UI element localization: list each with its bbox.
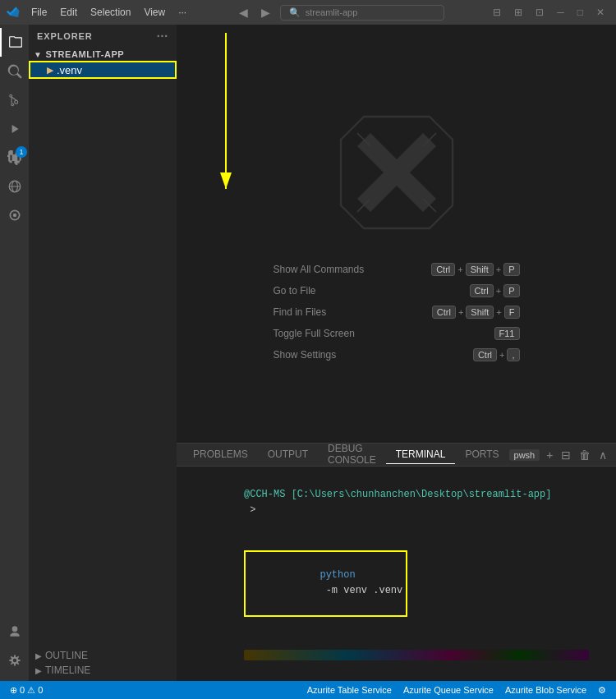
- outline-section[interactable]: ▶ OUTLINE: [29, 648, 177, 663]
- project-name-label: STREAMLIT-APP: [45, 49, 124, 59]
- go-to-file-label: Go to File: [274, 285, 316, 297]
- terminal-area: PROBLEMS OUTPUT DEBUG CONSOLE TERMINAL P…: [177, 443, 616, 681]
- layout-icon-2[interactable]: ⊞: [509, 5, 527, 20]
- terminal-blurred-1: [185, 634, 608, 681]
- chevron-down-icon: ▼: [34, 50, 42, 59]
- terminal-instance[interactable]: pwsh: [509, 449, 540, 461]
- menu-selection[interactable]: Selection: [85, 5, 136, 20]
- tab-debug-console[interactable]: DEBUG CONSOLE: [318, 439, 386, 470]
- azurite-table-service[interactable]: Azurite Table Service: [304, 685, 395, 695]
- status-errors[interactable]: ⊕ 0 ⚠ 0: [7, 685, 46, 696]
- activity-bar: 1: [0, 25, 29, 681]
- activity-extensions[interactable]: 1: [0, 143, 29, 172]
- show-all-commands-label: Show All Commands: [274, 264, 365, 275]
- cmd-find-in-files: Find in Files Ctrl + Shift + F: [274, 306, 520, 319]
- timeline-label: TIMELINE: [45, 665, 90, 676]
- terminal-trash-button[interactable]: 🗑: [577, 447, 592, 463]
- terminal-add-button[interactable]: +: [545, 447, 554, 463]
- titlebar: File Edit Selection View ··· ◀ ▶ 🔍 strea…: [0, 0, 616, 25]
- terminal-body[interactable]: @CCH-MS [C:\Users\chunhanchen\Desktop\st…: [177, 467, 616, 681]
- tab-terminal[interactable]: TERMINAL: [386, 445, 456, 464]
- activity-bottom: [0, 617, 29, 681]
- menu-more[interactable]: ···: [173, 5, 191, 20]
- term-python-keyword: python: [319, 569, 355, 581]
- titlebar-left: File Edit Selection View ···: [7, 5, 191, 20]
- nav-back-button[interactable]: ◀: [236, 4, 251, 21]
- status-settings-icon[interactable]: ⚙: [595, 685, 609, 696]
- menu-edit[interactable]: Edit: [55, 5, 82, 20]
- sidebar-header: EXPLORER ···: [29, 25, 177, 48]
- terminal-line-2: python -m venv .venv: [185, 535, 608, 632]
- term-python-args: -m venv .venv: [319, 585, 402, 596]
- go-to-file-keys: Ctrl + P: [470, 284, 520, 297]
- menu-file[interactable]: File: [26, 5, 52, 20]
- activity-source-control[interactable]: [0, 85, 29, 114]
- layout-icon-3[interactable]: ⊡: [531, 5, 549, 20]
- status-bar: ⊕ 0 ⚠ 0 Azurite Table Service Azurite Qu…: [0, 681, 616, 699]
- close-button[interactable]: ✕: [591, 5, 609, 20]
- main-layout: 1: [0, 25, 616, 681]
- chevron-right-icon: ▶: [35, 651, 42, 660]
- warning-count: 0: [38, 685, 43, 695]
- extensions-badge: 1: [16, 146, 27, 158]
- activity-settings[interactable]: [0, 646, 29, 674]
- titlebar-right: ⊟ ⊞ ⊡ ─ □ ✕: [488, 5, 609, 20]
- status-right: Azurite Table Service Azurite Queue Serv…: [304, 685, 609, 696]
- layout-icon-1[interactable]: ⊟: [488, 5, 506, 20]
- venv-label: .venv: [57, 64, 82, 76]
- nav-forward-button[interactable]: ▶: [258, 4, 274, 21]
- sidebar-footer: ▶ OUTLINE ▶ TIMELINE: [29, 283, 177, 681]
- cmd-toggle-full-screen: Toggle Full Screen F11: [274, 327, 520, 340]
- editor-area: Show All Commands Ctrl + Shift + P Go to…: [177, 25, 616, 681]
- term-prompt-1: >: [244, 504, 255, 516]
- maximize-button[interactable]: □: [572, 5, 588, 20]
- tab-ports[interactable]: PORTS: [455, 445, 508, 464]
- activity-run-debug[interactable]: [0, 114, 29, 143]
- minimize-button[interactable]: ─: [552, 5, 569, 20]
- explorer-label: EXPLORER: [37, 31, 93, 41]
- search-icon: 🔍: [289, 7, 301, 18]
- activity-copilot[interactable]: [0, 200, 29, 229]
- term-path-1: @CCH-MS [C:\Users\chunhanchen\Desktop\st…: [244, 489, 551, 500]
- terminal-split-button[interactable]: ⊟: [559, 447, 572, 463]
- search-text: streamlit-app: [306, 7, 358, 17]
- show-settings-keys: Ctrl + ,: [473, 348, 520, 361]
- timeline-section[interactable]: ▶ TIMELINE: [29, 663, 177, 678]
- sidebar-item-venv[interactable]: ▶ .venv: [29, 61, 177, 79]
- terminal-instance-label: pwsh: [514, 450, 536, 460]
- tab-problems[interactable]: PROBLEMS: [183, 445, 258, 464]
- azurite-blob-service[interactable]: Azurite Blob Service: [502, 685, 590, 695]
- activity-remote[interactable]: [0, 172, 29, 200]
- cmd-show-all-commands: Show All Commands Ctrl + Shift + P: [274, 263, 520, 276]
- terminal-chevron-up[interactable]: ∧: [597, 447, 609, 463]
- vscode-logo-icon: [7, 6, 20, 19]
- cmd-go-to-file: Go to File Ctrl + P: [274, 284, 520, 297]
- outline-label: OUTLINE: [45, 650, 88, 661]
- folder-icon: ▶: [47, 65, 53, 76]
- project-header[interactable]: ▼ STREAMLIT-APP: [29, 48, 177, 61]
- azurite-queue-service[interactable]: Azurite Queue Service: [400, 685, 497, 695]
- title-search-bar[interactable]: 🔍 streamlit-app: [280, 5, 444, 21]
- activity-explorer[interactable]: [0, 28, 29, 57]
- svg-line-0: [11, 97, 16, 101]
- activity-search[interactable]: [0, 57, 29, 85]
- activity-accounts[interactable]: [0, 617, 29, 646]
- error-count: 0: [20, 685, 25, 695]
- titlebar-center: ◀ ▶ 🔍 streamlit-app: [236, 4, 444, 21]
- terminal-tab-icons: pwsh + ⊟ 🗑 ∧ ∨: [509, 447, 616, 463]
- welcome-area: Show All Commands Ctrl + Shift + P Go to…: [177, 25, 616, 443]
- svg-point-6: [12, 213, 16, 217]
- chevron-right-icon-2: ▶: [35, 666, 42, 675]
- sidebar-more-button[interactable]: ···: [157, 30, 168, 43]
- toggle-full-screen-label: Toggle Full Screen: [274, 328, 355, 339]
- show-settings-label: Show Settings: [274, 349, 337, 361]
- toggle-full-screen-keys: F11: [494, 327, 520, 340]
- status-left: ⊕ 0 ⚠ 0: [7, 685, 46, 696]
- find-in-files-keys: Ctrl + Shift + F: [432, 306, 520, 319]
- titlebar-menu: File Edit Selection View ···: [26, 5, 191, 20]
- tab-output[interactable]: OUTPUT: [258, 445, 318, 464]
- terminal-line-1: @CCH-MS [C:\Users\chunhanchen\Desktop\st…: [185, 471, 608, 535]
- menu-view[interactable]: View: [139, 5, 170, 20]
- show-all-commands-keys: Ctrl + Shift + P: [431, 263, 519, 276]
- find-in-files-label: Find in Files: [274, 306, 327, 318]
